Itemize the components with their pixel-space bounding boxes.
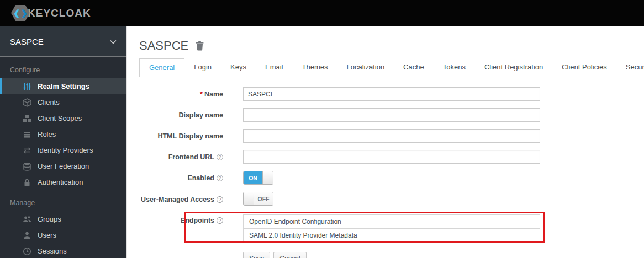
- name-row: *Name: [139, 87, 644, 101]
- endpoints-list: OpenID Endpoint Configuration SAML 2.0 I…: [243, 214, 540, 242]
- nav-section-manage: Manage: [0, 190, 126, 211]
- enabled-label: Enabled: [139, 174, 223, 182]
- endpoints-row: Endpoints OpenID Endpoint Configuration …: [139, 214, 644, 242]
- clock-icon: [22, 246, 31, 256]
- sidebar-item-label: Roles: [38, 130, 56, 138]
- sidebar-item-client-scopes[interactable]: Client Scopes: [0, 110, 126, 126]
- frontend-url-label: Frontend URL: [139, 153, 223, 161]
- help-icon[interactable]: [217, 196, 223, 203]
- top-bar: ❮❯ KEYCLOAK: [0, 0, 644, 26]
- sidebar-item-label: Users: [38, 231, 56, 239]
- saml-identity-provider-metadata-link[interactable]: SAML 2.0 Identity Provider Metadata: [244, 228, 540, 241]
- cubes-icon: [22, 114, 31, 123]
- html-display-name-label: HTML Display name: [139, 132, 223, 140]
- exchange-icon: [22, 146, 31, 155]
- html-display-name-input[interactable]: [243, 129, 540, 143]
- save-button[interactable]: Save: [243, 252, 270, 258]
- sidebar-item-clients[interactable]: Clients: [0, 94, 126, 110]
- required-marker: *: [200, 90, 203, 98]
- endpoints-label: Endpoints: [139, 217, 223, 224]
- user-icon: [22, 230, 31, 240]
- sidebar-item-authentication[interactable]: Authentication: [0, 174, 126, 190]
- sidebar-item-label: Groups: [38, 215, 61, 223]
- title-row: SASPCE: [139, 39, 644, 53]
- lock-icon: [22, 178, 31, 187]
- sidebar-item-label: Authentication: [38, 178, 83, 186]
- name-input[interactable]: [243, 87, 540, 101]
- enabled-row: Enabled ON: [139, 171, 644, 185]
- sidebar-item-label: User Federation: [38, 162, 89, 170]
- frontend-url-input[interactable]: [243, 150, 540, 164]
- main-content: SASPCE General Login Keys Email Themes L…: [127, 26, 644, 258]
- sidebar-item-label: Clients: [38, 98, 60, 106]
- keycloak-admin-console: ❮❯ KEYCLOAK SASPCE Configure Realm Setti…: [0, 0, 644, 258]
- sidebar-item-user-federation[interactable]: User Federation: [0, 158, 126, 174]
- tab-client-registration[interactable]: Client Registration: [475, 58, 552, 77]
- help-icon[interactable]: [217, 217, 223, 224]
- user-managed-access-toggle[interactable]: OFF: [243, 192, 273, 206]
- general-settings-form: *Name Display name HTML Display name Fro…: [139, 87, 644, 258]
- tab-bar: General Login Keys Email Themes Localiza…: [139, 58, 644, 77]
- html-display-name-row: HTML Display name: [139, 129, 644, 143]
- sidebar-item-realm-settings[interactable]: Realm Settings: [0, 78, 126, 94]
- current-realm-name: SASPCE: [10, 37, 44, 46]
- page-title: SASPCE: [139, 39, 188, 53]
- sidebar-item-sessions[interactable]: Sessions: [0, 243, 126, 258]
- sidebar-item-label: Sessions: [38, 247, 67, 255]
- realm-selector[interactable]: SASPCE: [0, 26, 126, 57]
- display-name-label: Display name: [139, 111, 223, 119]
- tab-localization[interactable]: Localization: [337, 58, 394, 77]
- database-icon: [22, 162, 31, 171]
- frontend-url-row: Frontend URL: [139, 150, 644, 164]
- toggle-off-segment: OFF: [254, 192, 273, 205]
- display-name-input[interactable]: [243, 108, 540, 122]
- cancel-button[interactable]: Cancel: [273, 252, 306, 258]
- sidebar-item-label: Client Scopes: [38, 114, 82, 122]
- logo-text: KEYCLOAK: [28, 7, 91, 19]
- toggle-handle: [262, 171, 273, 184]
- users-icon: [22, 214, 31, 224]
- tab-general[interactable]: General: [139, 58, 184, 77]
- tab-security-defenses[interactable]: Security Defenses: [616, 58, 644, 77]
- enabled-toggle[interactable]: ON: [243, 171, 273, 185]
- toggle-handle: [244, 192, 254, 205]
- user-managed-access-label: User-Managed Access: [139, 196, 223, 203]
- cube-icon: [22, 98, 31, 107]
- tab-cache[interactable]: Cache: [394, 58, 434, 77]
- sidebar-item-groups[interactable]: Groups: [0, 211, 126, 227]
- sidebar-item-roles[interactable]: Roles: [0, 126, 126, 142]
- name-label: *Name: [139, 90, 223, 98]
- sidebar-item-label: Realm Settings: [38, 82, 89, 90]
- sliders-icon: [22, 82, 31, 91]
- openid-endpoint-configuration-link[interactable]: OpenID Endpoint Configuration: [244, 215, 540, 228]
- tab-email[interactable]: Email: [256, 58, 293, 77]
- sidebar-item-label: Identity Providers: [38, 146, 93, 154]
- help-icon[interactable]: [217, 154, 223, 160]
- user-managed-access-row: User-Managed Access OFF: [139, 192, 644, 207]
- tab-keys[interactable]: Keys: [221, 58, 256, 77]
- tab-login[interactable]: Login: [184, 58, 221, 77]
- help-icon[interactable]: [217, 175, 223, 181]
- form-actions: Save Cancel: [243, 252, 644, 258]
- keycloak-logo[interactable]: ❮❯ KEYCLOAK: [11, 5, 91, 22]
- trash-icon[interactable]: [195, 41, 204, 51]
- sidebar-item-users[interactable]: Users: [0, 227, 126, 243]
- keycloak-logo-icon: ❮❯: [11, 5, 30, 22]
- toggle-on-segment: ON: [244, 171, 262, 184]
- sidebar: SASPCE Configure Realm Settings Clients …: [0, 26, 127, 258]
- tab-client-policies[interactable]: Client Policies: [552, 58, 616, 77]
- list-icon: [22, 130, 31, 139]
- sidebar-item-identity-providers[interactable]: Identity Providers: [0, 142, 126, 158]
- tab-themes[interactable]: Themes: [292, 58, 337, 77]
- nav-section-configure: Configure: [0, 57, 126, 78]
- chevron-down-icon: [110, 36, 117, 46]
- display-name-row: Display name: [139, 108, 644, 122]
- tab-tokens[interactable]: Tokens: [434, 58, 475, 77]
